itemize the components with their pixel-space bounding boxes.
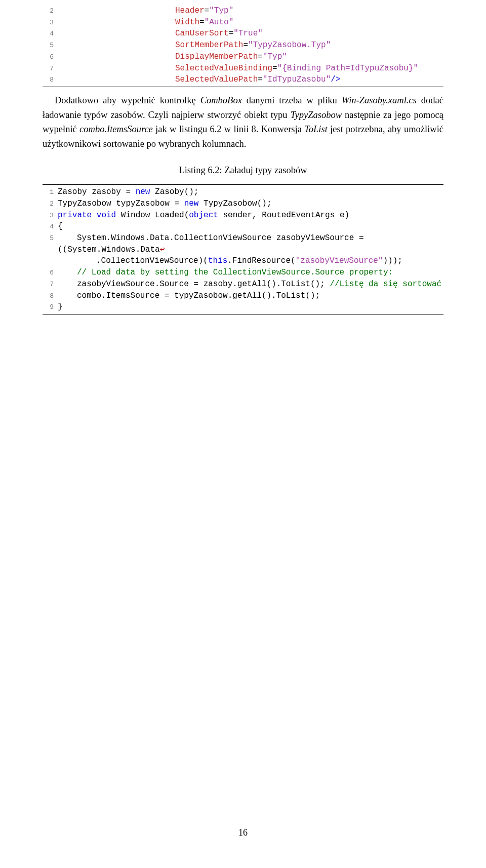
code-line: 8combo.ItemsSource = typyZasobow.getAll(… — [43, 290, 443, 302]
code-line-continuation: .CollectionViewSource)(this.FindResource… — [43, 255, 443, 267]
code-line: 6DisplayMemberPath="Typ" — [43, 51, 443, 63]
code-line: 3Width="Auto" — [43, 17, 443, 28]
code-line: 7SelectedValueBinding="{Binding Path=IdT… — [43, 63, 443, 74]
code-line: 5System.Windows.Data.CollectionViewSourc… — [43, 232, 443, 255]
page-number: 16 — [0, 826, 486, 840]
code-rule-2-top — [43, 184, 443, 185]
code-line: 4{ — [43, 221, 443, 232]
code-line: 5SortMemberPath="TypyZasobow.Typ" — [43, 40, 443, 51]
code-line: 8SelectedValuePath="IdTypuZasobu"/> — [43, 74, 443, 86]
code-block-2: 1Zasoby zasoby = new Zasoby();2TypyZasob… — [43, 186, 443, 313]
code-rule-1 — [43, 87, 443, 87]
page: 2Header="Typ"3Width="Auto"4CanUserSort="… — [0, 0, 486, 868]
code-line: 2Header="Typ" — [43, 5, 443, 17]
code-line: 9} — [43, 301, 443, 313]
code-block-1: 2Header="Typ"3Width="Auto"4CanUserSort="… — [43, 5, 443, 86]
code-rule-2-bottom — [43, 314, 443, 314]
body-paragraph: Dodatkowo aby wypełnić kontrolkę ComboBo… — [43, 93, 443, 151]
code-line: 3private void Window_Loaded(object sende… — [43, 210, 443, 221]
code-line: 6// Load data by setting the CollectionV… — [43, 267, 443, 279]
code-line: 4CanUserSort="True" — [43, 28, 443, 40]
listing-caption: Listing 6.2: Załaduj typy zasobów — [43, 164, 443, 177]
code-line: 1Zasoby zasoby = new Zasoby(); — [43, 186, 443, 198]
code-line: 2TypyZasobow typyZasobow = new TypyZasob… — [43, 198, 443, 210]
code-line: 7zasobyViewSource.Source = zasoby.getAll… — [43, 279, 443, 290]
